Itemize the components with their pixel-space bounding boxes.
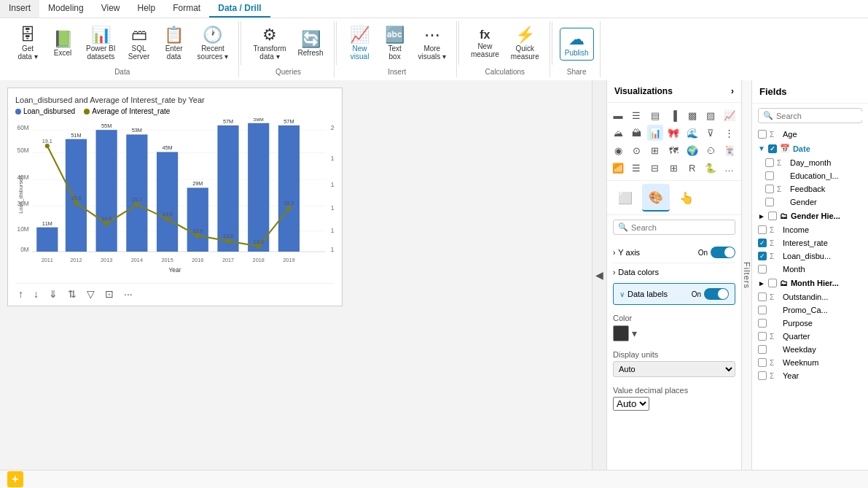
more-options-button[interactable]: ···	[121, 287, 136, 301]
tab-format[interactable]: Format	[164, 0, 209, 18]
field-promo-ca[interactable]: Promo_Ca...	[752, 303, 868, 317]
drill-down-button[interactable]: ↓	[31, 287, 42, 301]
field-quarter-checkbox[interactable]	[758, 332, 767, 341]
field-loan-disbu[interactable]: ✓ Σ Loan_disbu...	[752, 249, 868, 263]
sql-button[interactable]: 🗃 SQLServer	[123, 24, 155, 63]
field-age-checkbox[interactable]	[758, 130, 767, 139]
field-purpose-checkbox[interactable]	[758, 319, 767, 328]
viz-pie[interactable]: ◉	[610, 142, 626, 158]
field-weeknum[interactable]: Σ Weeknum	[752, 356, 868, 369]
new-visual-button[interactable]: 📈 Newvisual	[344, 24, 376, 63]
drill-up-button[interactable]: ↑	[15, 287, 26, 301]
tab-help[interactable]: Help	[129, 0, 165, 18]
field-feedback[interactable]: Σ Feedback	[752, 182, 868, 195]
sidebar-toggle[interactable]: ◀	[592, 80, 606, 470]
viz-r-visual[interactable]: R	[684, 160, 700, 176]
field-month-hier-checkbox[interactable]	[768, 279, 777, 287]
field-education[interactable]: Education_l...	[752, 169, 868, 182]
field-year[interactable]: Σ Year	[752, 369, 868, 382]
viz-panel-expand[interactable]: ›	[731, 86, 734, 96]
tab-modeling[interactable]: Modeling	[39, 0, 93, 18]
hierarchy-button[interactable]: ⇅	[65, 287, 79, 301]
viz-gauge[interactable]: ⏲	[703, 142, 719, 158]
viz-line[interactable]: 📈	[722, 107, 738, 123]
field-date-checkbox[interactable]: ✓	[768, 144, 777, 153]
get-data-button[interactable]: 🗄 Getdata ▾	[12, 24, 44, 63]
field-feedback-checkbox[interactable]	[765, 185, 774, 193]
decimal-places-select[interactable]: Auto	[613, 397, 649, 411]
canvas[interactable]: Loan_disbursed and Average of Interest_r…	[0, 80, 592, 470]
viz-map[interactable]: 🗺	[665, 142, 681, 158]
viz-filled-map[interactable]: 🌍	[684, 142, 700, 158]
field-income[interactable]: Σ Income	[752, 223, 868, 236]
field-day-month-checkbox[interactable]	[765, 158, 774, 167]
field-gender[interactable]: Gender	[752, 195, 868, 209]
viz-line-clustered[interactable]: 📊	[647, 125, 663, 141]
viz-analytics-icon[interactable]: 👆	[673, 184, 700, 212]
field-interest-rate[interactable]: ✓ Σ Interest_rate	[752, 236, 868, 249]
field-weeknum-checkbox[interactable]	[758, 358, 767, 367]
field-day-month[interactable]: Σ Day_month	[752, 156, 868, 169]
color-box[interactable]	[613, 325, 629, 341]
viz-100pct-col[interactable]: ▧	[703, 107, 719, 123]
viz-table[interactable]: ⊟	[647, 160, 663, 176]
y-axis-row[interactable]: › Y axis On	[613, 242, 735, 263]
field-age[interactable]: Σ Age	[752, 128, 868, 141]
focus-mode-button[interactable]: ⊡	[102, 287, 117, 301]
viz-format-icon[interactable]: 🎨	[642, 184, 670, 212]
refresh-button[interactable]: 🔄 Refresh	[294, 28, 328, 60]
viz-python[interactable]: 🐍	[703, 160, 719, 176]
enter-data-button[interactable]: 📋 Enterdata	[158, 24, 190, 63]
field-outstanding-checkbox[interactable]	[758, 293, 767, 301]
field-education-checkbox[interactable]	[765, 171, 774, 180]
field-month[interactable]: Month	[752, 263, 868, 276]
field-outstanding[interactable]: Σ Outstandin...	[752, 290, 868, 303]
data-labels-toggle[interactable]	[704, 288, 729, 300]
excel-button[interactable]: 📗 Excel	[47, 28, 79, 60]
viz-format-search[interactable]: 🔍	[613, 220, 735, 235]
viz-matrix[interactable]: ⊞	[665, 160, 681, 176]
viz-stacked-col[interactable]: ▩	[684, 107, 700, 123]
tab-view[interactable]: View	[93, 0, 129, 18]
viz-slicer[interactable]: ☰	[628, 160, 644, 176]
field-loan-disbu-checkbox[interactable]: ✓	[758, 252, 767, 260]
color-swatch[interactable]: ▾	[613, 325, 735, 341]
viz-kpi[interactable]: 📶	[610, 160, 626, 176]
recent-sources-button[interactable]: 🕐 Recentsources ▾	[193, 24, 233, 63]
display-units-select[interactable]: Auto None Thousands Millions	[613, 361, 735, 377]
field-promo-ca-checkbox[interactable]	[758, 306, 767, 314]
field-group-month-hier[interactable]: ► 🗂 Month Hier...	[752, 276, 868, 290]
field-year-checkbox[interactable]	[758, 371, 767, 380]
add-page-button[interactable]: +	[7, 471, 23, 487]
field-gender-hier-checkbox[interactable]	[768, 212, 777, 220]
more-visuals-button[interactable]: ⋯ Morevisuals ▾	[414, 24, 450, 63]
field-group-gender-hier[interactable]: ► 🗂 Gender Hie...	[752, 209, 868, 223]
field-purpose[interactable]: Purpose	[752, 317, 868, 330]
viz-card[interactable]: 🃏	[722, 142, 738, 158]
field-interest-rate-checkbox[interactable]: ✓	[758, 239, 767, 247]
viz-treemap[interactable]: ⊞	[647, 142, 663, 158]
field-gender-checkbox[interactable]	[765, 198, 774, 206]
tab-data-drill[interactable]: Data / Drill	[209, 0, 270, 18]
viz-ribbon[interactable]: 🎀	[665, 125, 681, 141]
transform-button[interactable]: ⚙ Transformdata ▾	[249, 24, 290, 63]
viz-100pct-bar[interactable]: ▤	[647, 107, 663, 123]
text-box-button[interactable]: 🔤 Textbox	[379, 24, 411, 63]
new-measure-button[interactable]: fx Newmeasure	[466, 26, 504, 61]
fields-search-input[interactable]	[776, 112, 868, 120]
field-month-checkbox[interactable]	[758, 265, 767, 274]
field-quarter[interactable]: Σ Quarter	[752, 330, 868, 343]
viz-area[interactable]: ⛰	[610, 125, 626, 141]
viz-stacked-area[interactable]: 🏔	[628, 125, 644, 141]
viz-scatter[interactable]: ⋮	[722, 125, 738, 141]
viz-clustered-bar[interactable]: ☰	[628, 107, 644, 123]
viz-waterfall[interactable]: 🌊	[684, 125, 700, 141]
field-weekday-checkbox[interactable]	[758, 345, 767, 354]
y-axis-toggle[interactable]	[711, 247, 735, 258]
quick-measure-button[interactable]: ⚡ Quickmeasure	[507, 24, 544, 63]
viz-more[interactable]: …	[722, 160, 738, 176]
filter-button[interactable]: ▽	[84, 287, 98, 301]
viz-donut[interactable]: ⊙	[628, 142, 644, 158]
viz-stacked-bar[interactable]: ▬	[610, 107, 626, 123]
filters-panel[interactable]: Filters	[741, 80, 751, 470]
